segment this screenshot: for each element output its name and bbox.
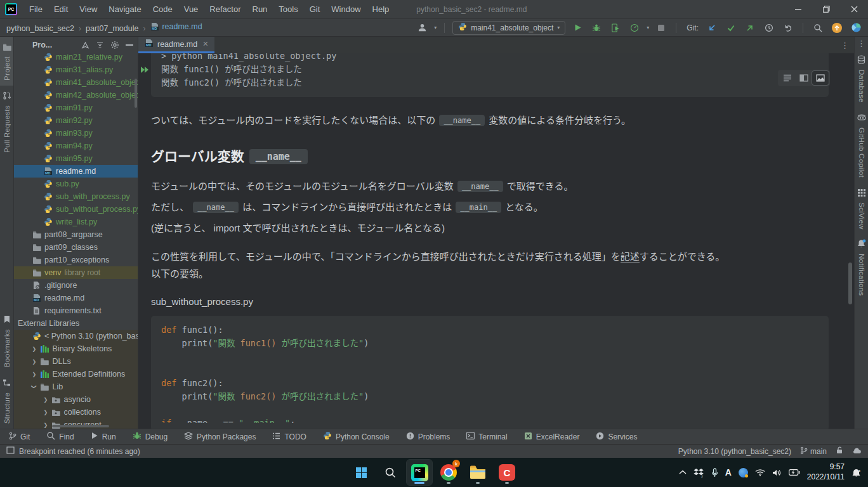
git-commit-button[interactable] xyxy=(724,21,738,35)
tree-item[interactable]: ❯DLLs xyxy=(14,355,138,368)
toolwindow-debug[interactable]: Debug xyxy=(133,431,168,442)
taskbar-clock[interactable]: 9:57 2022/10/11 xyxy=(807,462,845,482)
tab-readme-md[interactable]: MD readme.md ✕ xyxy=(138,37,214,53)
tree-item[interactable]: requirements.txt xyxy=(14,304,138,317)
close-icon[interactable] xyxy=(840,0,868,18)
menu-git[interactable]: Git xyxy=(304,3,326,16)
toolwindow-find[interactable]: Find xyxy=(46,431,74,442)
sidebar-tab-notifications[interactable]: Notifications xyxy=(857,234,866,301)
run-button[interactable] xyxy=(570,21,584,35)
toolwindow-terminal[interactable]: Terminal xyxy=(466,432,507,441)
sidebar-tab-structure[interactable]: Structure xyxy=(3,373,11,429)
chevron-right-icon[interactable]: ❯ xyxy=(43,410,48,415)
chevron-right-icon[interactable]: ❯ xyxy=(32,346,36,352)
toolwindow-services[interactable]: Services xyxy=(596,432,637,442)
tree-item[interactable]: main93.py xyxy=(14,127,138,140)
run-all-icon[interactable] xyxy=(140,65,150,76)
tree-item[interactable]: part09_classes xyxy=(14,241,138,254)
tree-item[interactable]: write_list.py xyxy=(14,216,138,228)
sidebar-tab-sciview[interactable]: SciView xyxy=(858,183,865,235)
menu-window[interactable]: Window xyxy=(326,3,366,16)
sidebar-tab-pull-requests[interactable]: Pull Requests xyxy=(3,86,11,158)
ime-mode-indicator[interactable]: A xyxy=(725,467,732,477)
git-rollback-button[interactable] xyxy=(781,21,795,35)
tree-scrollbar-thumb[interactable] xyxy=(135,79,137,108)
volume-icon[interactable] xyxy=(772,469,782,477)
taskbar-pycharm-button[interactable]: PC xyxy=(407,460,432,485)
hide-panel-icon[interactable] xyxy=(124,44,134,46)
tree-item[interactable]: main91.py xyxy=(14,101,138,114)
menu-refactor[interactable]: Refactor xyxy=(204,3,246,16)
tree-item[interactable]: venvlibrary root xyxy=(14,266,138,279)
preview-only-icon[interactable] xyxy=(812,71,829,85)
tree-item[interactable]: main21_relative.py xyxy=(14,51,138,63)
menu-code[interactable]: Code xyxy=(147,3,178,16)
menu-help[interactable]: Help xyxy=(367,3,395,16)
toolwindow-excelreader[interactable]: ExcelReader xyxy=(524,432,580,442)
tree-item[interactable]: sub.py xyxy=(14,178,138,190)
git-push-button[interactable] xyxy=(743,21,757,35)
tree-item[interactable]: MDreadme.md xyxy=(14,165,138,178)
minimize-icon[interactable] xyxy=(784,0,812,18)
start-button[interactable] xyxy=(348,460,374,485)
breadcrumb-item[interactable]: part07_module xyxy=(86,24,138,33)
sidebar-tab-database[interactable]: Database xyxy=(857,50,865,108)
close-icon[interactable]: ✕ xyxy=(202,40,208,48)
chevron-right-icon[interactable]: ❯ xyxy=(32,372,36,377)
split-view-icon[interactable] xyxy=(796,71,812,85)
toolwindow-python-packages[interactable]: Python Packages xyxy=(184,432,256,442)
tree-item[interactable]: main42_absolute_object_w xyxy=(14,89,138,101)
tree-item[interactable]: ❯collections xyxy=(14,406,138,419)
chevron-right-icon[interactable]: ❯ xyxy=(32,359,36,365)
tray-chevron-icon[interactable] xyxy=(679,470,687,475)
tree-item[interactable]: part08_argparse xyxy=(14,228,138,241)
drive-sphere-icon[interactable] xyxy=(739,468,748,477)
right-strip-kebab-icon[interactable]: ⋮ xyxy=(857,37,865,50)
tree-item[interactable]: ❯Extended Definitions xyxy=(14,368,138,380)
git-history-button[interactable] xyxy=(762,21,776,35)
git-branch-widget[interactable]: main xyxy=(800,446,827,457)
status-message[interactable]: Breakpoint reached (6 minutes ago) xyxy=(6,446,140,456)
tree-item[interactable]: main95.py xyxy=(14,152,138,165)
editor-scrollbar-thumb[interactable] xyxy=(848,263,852,304)
settings-gear-icon[interactable] xyxy=(110,41,119,49)
tree-item[interactable]: .gitignore xyxy=(14,279,138,292)
user-icon[interactable] xyxy=(415,21,429,35)
git-update-button[interactable] xyxy=(705,21,719,35)
tree-item[interactable]: main94.py xyxy=(14,140,138,152)
sidebar-tab-bookmarks[interactable]: Bookmarks xyxy=(3,309,11,372)
chevron-right-icon[interactable]: ❯ xyxy=(43,422,48,428)
chevron-right-icon[interactable]: ❯ xyxy=(31,385,37,389)
plugin-sphere-icon[interactable] xyxy=(849,21,863,35)
toolwindow-git[interactable]: Git xyxy=(9,432,30,442)
microphone-icon[interactable] xyxy=(711,468,718,477)
select-opened-file-icon[interactable] xyxy=(81,41,90,49)
toolwindow-todo[interactable]: TODO xyxy=(272,432,306,441)
tree-item[interactable]: ❯Binary Skeletons xyxy=(14,342,138,355)
breadcrumb-item[interactable]: MDreadme.md xyxy=(150,22,202,31)
tree-item[interactable]: ❯Lib xyxy=(14,380,138,393)
maximize-icon[interactable] xyxy=(812,0,840,18)
menu-run[interactable]: Run xyxy=(247,3,273,16)
tree-item[interactable]: MDreadme.md xyxy=(14,292,138,304)
tree-item[interactable]: main31_alias.py xyxy=(14,63,138,76)
profiler-button[interactable] xyxy=(628,21,641,35)
tree-item[interactable]: sub_with_process.py xyxy=(14,190,138,203)
tree-item[interactable]: main41_absolute_object.py xyxy=(14,76,138,89)
menu-tools[interactable]: Tools xyxy=(273,3,303,16)
toolwindow-run[interactable]: Run xyxy=(91,432,116,441)
breadcrumb-item[interactable]: python_basic_sec2 xyxy=(6,24,74,33)
tree-hscrollbar-thumb[interactable] xyxy=(52,425,109,427)
menu-file[interactable]: File xyxy=(23,3,48,16)
wifi-icon[interactable] xyxy=(755,469,765,476)
tree-item[interactable]: part10_exceptions xyxy=(14,254,138,266)
cloud-sync-icon[interactable] xyxy=(852,447,862,456)
focus-bell-icon[interactable]: z xyxy=(852,468,862,477)
coverage-button[interactable] xyxy=(608,21,622,35)
taskbar-explorer-button[interactable] xyxy=(465,460,490,485)
run-config-selector[interactable]: main41_absolute_object ▾ xyxy=(452,21,565,35)
menu-navigate[interactable]: Navigate xyxy=(103,3,147,16)
tree-item[interactable]: ❯asyncio xyxy=(14,393,138,406)
tree-item[interactable]: < Python 3.10 (python_basic_s xyxy=(14,330,138,342)
taskbar-camtasia-button[interactable]: C xyxy=(494,460,520,485)
